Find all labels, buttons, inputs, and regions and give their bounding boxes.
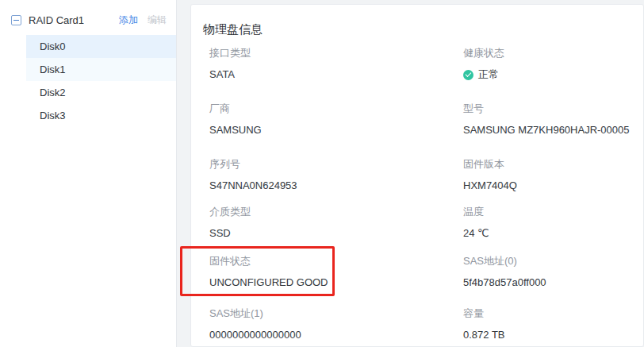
field-value: S47NNA0N624953 bbox=[209, 179, 447, 192]
field-media-type: 介质类型 SSD bbox=[209, 206, 447, 240]
field-temperature: 温度 24 ℃ bbox=[463, 206, 644, 240]
field-value: SSD bbox=[209, 227, 447, 240]
tree-root-label: RAID Card1 bbox=[29, 14, 119, 26]
field-value: 0.872 TB bbox=[463, 329, 644, 341]
page-title: 物理盘信息 bbox=[203, 22, 263, 37]
add-button[interactable]: 添加 bbox=[119, 13, 138, 27]
sidebar-item-disk1[interactable]: Disk1 bbox=[26, 58, 176, 81]
check-circle-icon bbox=[463, 70, 473, 80]
field-vendor: 厂商 SAMSUNG bbox=[209, 102, 447, 137]
field-capacity: 容量 0.872 TB bbox=[463, 307, 644, 341]
field-label: 介质类型 bbox=[209, 206, 447, 218]
field-label: 固件版本 bbox=[463, 158, 644, 171]
field-firmware-state: 固件状态 UNCONFIGURED GOOD bbox=[209, 255, 447, 289]
edit-button[interactable]: 编辑 bbox=[148, 13, 167, 27]
field-value: SATA bbox=[209, 68, 447, 81]
sidebar-item-disk0[interactable]: Disk0 bbox=[26, 35, 176, 58]
field-value: 24 ℃ bbox=[463, 227, 644, 240]
field-sas-address-1: SAS地址(1) 0000000000000000 bbox=[209, 307, 447, 341]
device-tree-sidebar: RAID Card1 添加 编辑 Disk0 Disk1 Disk2 Disk3 bbox=[0, 0, 177, 347]
field-value: 5f4b78d57a0ff000 bbox=[463, 276, 644, 289]
field-value: UNCONFIGURED GOOD bbox=[209, 276, 447, 289]
tree-root-raid-card1[interactable]: RAID Card1 添加 编辑 bbox=[0, 8, 176, 32]
field-value: SAMSUNG bbox=[209, 124, 447, 137]
field-firmware-version: 固件版本 HXM7404Q bbox=[463, 158, 644, 192]
field-interface-type: 接口类型 SATA bbox=[209, 47, 447, 81]
field-label: 序列号 bbox=[209, 158, 447, 171]
field-label: 温度 bbox=[463, 206, 644, 218]
field-label: 厂商 bbox=[209, 102, 447, 115]
status-badge: 正常 bbox=[463, 68, 644, 81]
physical-disk-info-panel: 物理盘信息 接口类型 SATA 健康状态 正常 厂商 SAMSUNG 型号 SA… bbox=[190, 4, 644, 347]
collapse-icon[interactable] bbox=[11, 15, 21, 25]
field-label: 型号 bbox=[463, 102, 644, 115]
field-value: 正常 bbox=[478, 68, 499, 81]
disk-list: Disk0 Disk1 Disk2 Disk3 bbox=[0, 35, 176, 127]
field-health-status: 健康状态 正常 bbox=[463, 47, 644, 81]
field-label: 接口类型 bbox=[209, 47, 447, 60]
field-value: SAMSUNG MZ7KH960HAJR-00005 bbox=[463, 124, 644, 137]
field-label: 固件状态 bbox=[209, 255, 447, 268]
field-label: 容量 bbox=[463, 307, 644, 320]
field-value: HXM7404Q bbox=[463, 179, 644, 192]
field-model: 型号 SAMSUNG MZ7KH960HAJR-00005 bbox=[463, 102, 644, 137]
sidebar-item-disk2[interactable]: Disk2 bbox=[26, 81, 176, 104]
field-serial-number: 序列号 S47NNA0N624953 bbox=[209, 158, 447, 192]
field-value: 0000000000000000 bbox=[209, 329, 447, 341]
field-label: SAS地址(1) bbox=[209, 307, 447, 320]
sidebar-item-disk3[interactable]: Disk3 bbox=[26, 104, 176, 127]
field-label: 健康状态 bbox=[463, 47, 644, 60]
field-label: SAS地址(0) bbox=[463, 255, 644, 268]
field-sas-address-0: SAS地址(0) 5f4b78d57a0ff000 bbox=[463, 255, 644, 289]
